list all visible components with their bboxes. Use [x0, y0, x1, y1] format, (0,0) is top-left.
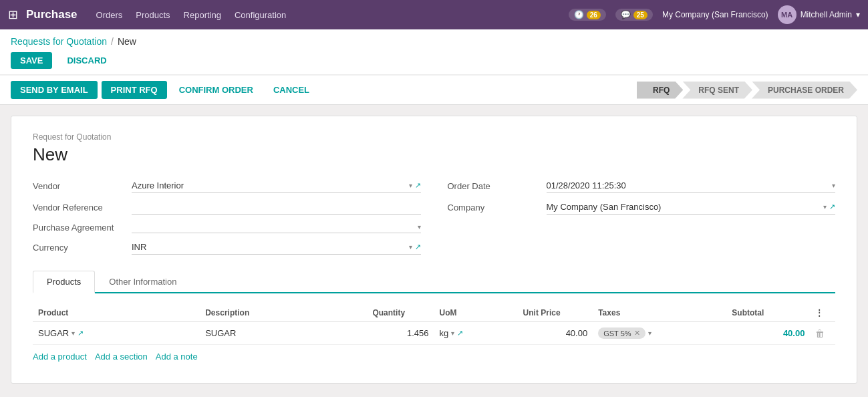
- form-section-title: Request for Quotation: [33, 132, 835, 142]
- vendor-field[interactable]: Azure Interior ▾ ↗: [132, 178, 421, 193]
- company-ext-link-icon[interactable]: ↗: [829, 203, 835, 211]
- vendor-value: Azure Interior: [132, 180, 406, 190]
- th-product: Product: [33, 304, 200, 322]
- clock-count: 26: [587, 11, 601, 19]
- breadcrumb-parent[interactable]: Requests for Quotation: [11, 36, 107, 47]
- product-ext-link-icon[interactable]: ↗: [78, 329, 84, 338]
- form-card: Request for Quotation New Vendor Azure I…: [11, 116, 857, 384]
- form-doc-title: New: [33, 144, 835, 165]
- th-description: Description: [200, 304, 367, 322]
- nav-reporting[interactable]: Reporting: [184, 10, 221, 20]
- company-selector[interactable]: My Company (San Francisco): [662, 10, 768, 19]
- stage-rfq-sent[interactable]: RFQ SENT: [682, 82, 752, 99]
- add-links: Add a product Add a section Add a note: [33, 352, 835, 362]
- product-dropdown-icon[interactable]: ▾: [71, 329, 75, 337]
- th-taxes: Taxes: [593, 304, 726, 322]
- currency-ext-link-icon[interactable]: ↗: [415, 243, 421, 251]
- user-menu[interactable]: MA Mitchell Admin ▾: [778, 5, 860, 24]
- th-menu: ⋮: [810, 304, 835, 322]
- stage-purchase-order[interactable]: PURCHASE ORDER: [752, 82, 857, 99]
- th-subtotal: Subtotal: [726, 304, 810, 322]
- uom-ext-link-icon[interactable]: ↗: [457, 329, 463, 338]
- user-dropdown-icon: ▾: [856, 10, 860, 19]
- workflow-stages: RFQ RFQ SENT PURCHASE ORDER: [637, 82, 857, 99]
- app-name[interactable]: Purchase: [26, 8, 78, 21]
- nav-configuration[interactable]: Configuration: [235, 10, 286, 20]
- row-product: SUGAR ▾ ↗: [33, 322, 200, 345]
- company-label: Company: [448, 203, 541, 213]
- clock-badge[interactable]: 🕐 26: [569, 9, 606, 21]
- confirm-order-button[interactable]: CONFIRM ORDER: [171, 81, 261, 99]
- tab-products[interactable]: Products: [33, 271, 95, 293]
- nav-orders[interactable]: Orders: [96, 10, 123, 20]
- currency-label: Currency: [33, 243, 126, 253]
- breadcrumb: Requests for Quotation / New: [0, 29, 868, 47]
- vendor-label: Vendor: [33, 181, 126, 191]
- breadcrumb-current: New: [118, 36, 136, 47]
- vendor-reference-input[interactable]: [132, 202, 421, 212]
- row-subtotal: 40.00: [726, 322, 810, 345]
- chat-icon: 💬: [621, 10, 631, 19]
- cancel-button[interactable]: CANCEL: [265, 81, 317, 99]
- order-date-value: 01/28/2020 11:25:30: [547, 180, 830, 190]
- th-quantity: Quantity: [367, 304, 434, 322]
- currency-dropdown-icon: ▾: [409, 243, 412, 251]
- print-rfq-button[interactable]: PRINT RFQ: [102, 81, 167, 99]
- uom-dropdown-icon[interactable]: ▾: [451, 329, 454, 337]
- row-taxes: GST 5% ✕ ▾: [593, 322, 726, 345]
- discard-button[interactable]: DISCARD: [57, 52, 116, 69]
- username: Mitchell Admin: [801, 10, 852, 19]
- tax-badge-label: GST 5%: [603, 329, 631, 338]
- currency-field[interactable]: INR ▾ ↗: [132, 240, 421, 255]
- top-navigation: ⊞ Purchase Orders Products Reporting Con…: [0, 0, 868, 29]
- purchase-agreement-field-row: Purchase Agreement ▾: [33, 221, 421, 233]
- add-note-link[interactable]: Add a note: [156, 352, 198, 362]
- row-quantity[interactable]: 1.456: [367, 322, 434, 345]
- table-row: SUGAR ▾ ↗ SUGAR 1.456 kg ▾ ↗: [33, 322, 835, 345]
- nav-menu: Orders Products Reporting Configuration: [96, 10, 569, 20]
- tabs: Products Other Information: [33, 271, 835, 293]
- form-col-right: Order Date 01/28/2020 11:25:30 ▾ Company…: [448, 178, 836, 255]
- taxes-dropdown-icon[interactable]: ▾: [648, 329, 652, 337]
- order-date-field[interactable]: 01/28/2020 11:25:30 ▾: [547, 178, 836, 193]
- row-uom: kg ▾ ↗: [434, 322, 517, 345]
- delete-row-icon[interactable]: 🗑: [815, 328, 825, 339]
- main-content: Request for Quotation New Vendor Azure I…: [0, 105, 868, 394]
- vendor-ext-link-icon[interactable]: ↗: [415, 181, 421, 190]
- vendor-reference-field[interactable]: [132, 200, 421, 215]
- th-unit-price: Unit Price: [518, 304, 593, 322]
- add-section-link[interactable]: Add a section: [95, 352, 148, 362]
- breadcrumb-separator: /: [111, 36, 114, 47]
- order-date-dropdown-icon: ▾: [832, 182, 835, 189]
- chat-count: 25: [633, 11, 647, 19]
- company-field[interactable]: My Company (San Francisco) ▾ ↗: [547, 200, 836, 215]
- nav-products[interactable]: Products: [136, 10, 170, 20]
- clock-icon: 🕐: [574, 10, 584, 19]
- tax-badge: GST 5% ✕: [598, 327, 645, 339]
- vendor-field-row: Vendor Azure Interior ▾ ↗: [33, 178, 421, 193]
- order-date-label: Order Date: [448, 181, 541, 191]
- topnav-right: 🕐 26 💬 25 My Company (San Francisco) MA …: [569, 5, 860, 24]
- company-field-row: Company My Company (San Francisco) ▾ ↗: [448, 200, 836, 215]
- row-delete[interactable]: 🗑: [810, 322, 835, 345]
- currency-value: INR: [132, 242, 406, 252]
- purchase-agreement-label: Purchase Agreement: [33, 223, 126, 233]
- avatar: MA: [778, 5, 797, 24]
- tab-other-information[interactable]: Other Information: [95, 271, 190, 293]
- tax-badge-remove[interactable]: ✕: [634, 329, 640, 338]
- row-description[interactable]: SUGAR: [200, 322, 367, 345]
- vendor-reference-field-row: Vendor Reference: [33, 200, 421, 215]
- stage-rfq[interactable]: RFQ: [637, 82, 683, 99]
- send-by-email-button[interactable]: SEND BY EMAIL: [11, 81, 98, 99]
- save-button[interactable]: SAVE: [11, 52, 52, 69]
- company-dropdown-icon: ▾: [823, 203, 827, 211]
- purchase-agreement-dropdown-icon: ▾: [418, 223, 421, 231]
- grid-icon[interactable]: ⊞: [8, 7, 18, 22]
- chat-badge[interactable]: 💬 25: [615, 9, 653, 21]
- company-value: My Company (San Francisco): [547, 202, 821, 212]
- row-unit-price[interactable]: 40.00: [518, 322, 593, 345]
- th-uom: UoM: [434, 304, 517, 322]
- purchase-agreement-field[interactable]: ▾: [132, 221, 421, 233]
- add-product-link[interactable]: Add a product: [33, 352, 87, 362]
- product-table: Product Description Quantity UoM Unit Pr…: [33, 304, 835, 345]
